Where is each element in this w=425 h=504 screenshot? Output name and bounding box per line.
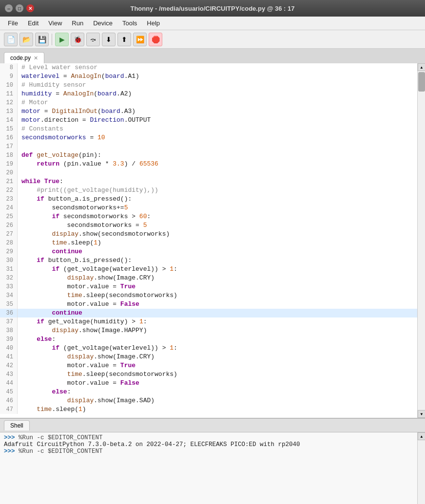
table-row: 38 display.show(Image.HAPPY): [0, 326, 417, 335]
scroll-thumb[interactable]: [418, 72, 425, 92]
shell-prompt-1: >>>: [4, 434, 19, 441]
table-row: 34 time.sleep(secondsmotorworks): [0, 291, 417, 300]
table-row: 33 motor.value = True: [0, 282, 417, 291]
table-row: 47 time.sleep(1): [0, 405, 417, 414]
tab-code-py[interactable]: code.py ✕: [4, 52, 44, 63]
shell-line-4: >>> %Run -c $EDITOR_CONTENT: [4, 448, 413, 455]
shell-scroll-up[interactable]: ▲: [418, 432, 425, 440]
step-out-button[interactable]: ⬆: [117, 33, 131, 46]
table-row: 18 def get_voltage(pin):: [0, 151, 417, 160]
table-row: 17: [0, 142, 417, 151]
menu-item-file[interactable]: File: [4, 18, 22, 28]
table-row: 27 display.show(secondsmotorworks): [0, 230, 417, 239]
table-row: 24 secondsmotorworks+=5: [0, 204, 417, 212]
shell-cmd-1: %Run -c $EDITOR_CONTENT: [19, 434, 103, 441]
menu-item-device[interactable]: Device: [89, 18, 116, 28]
step-over-button[interactable]: ⤼: [86, 33, 100, 46]
titlebar: – □ ✕ Thonny - /media/usuario/CIRCUITPY/…: [0, 0, 425, 17]
table-row: 37 if get_voltage(humidity) > 1:: [0, 317, 417, 326]
maximize-button[interactable]: □: [16, 4, 23, 12]
table-row: 40 if (get_voltage(waterlevel)) > 1:: [0, 344, 417, 353]
debug-button[interactable]: 🐞: [71, 33, 84, 46]
save-file-button[interactable]: 💾: [35, 33, 49, 46]
table-row: 31 if (get_voltage(waterlevel)) > 1:: [0, 265, 417, 274]
menu-item-run[interactable]: Run: [68, 18, 87, 28]
table-row: 9 waterlevel = AnalogIn(board.A1): [0, 72, 417, 81]
table-row: 44 motor.value = False: [0, 379, 417, 388]
open-file-button[interactable]: 📂: [19, 33, 33, 46]
editor-area: 8 # Level water sensor 9 waterlevel = An…: [0, 63, 425, 419]
shell-tab[interactable]: Shell: [4, 420, 30, 430]
minimize-button[interactable]: –: [5, 4, 13, 12]
menu-item-edit[interactable]: Edit: [24, 18, 42, 28]
toolbar-separator-1: [52, 34, 52, 45]
table-row: 13 motor = DigitalInOut(board.A3): [0, 107, 417, 116]
table-row: 46 display.show(Image.SAD): [0, 396, 417, 405]
shell-tab-bar: Shell: [0, 419, 425, 432]
table-row: 10 # Humidity sensor: [0, 81, 417, 90]
table-row: 26 secondsmotorworks = 5: [0, 221, 417, 230]
table-row: 35 motor.value = False: [0, 300, 417, 309]
table-row: 41 display.show(Image.CRY): [0, 353, 417, 361]
table-row: 22 #print((get_voltage(humidity),)): [0, 186, 417, 195]
table-row: 39 else:: [0, 335, 417, 344]
table-row: 14 motor.direction = Direction.OUTPUT: [0, 116, 417, 125]
table-row: 32 display.show(Image.CRY): [0, 274, 417, 282]
window-title: Thonny - /media/usuario/CIRCUITPY/code.p…: [34, 5, 391, 12]
run-button[interactable]: ▶: [55, 33, 69, 46]
shell-cmd-2: %Run -c $EDITOR_CONTENT: [19, 448, 103, 455]
step-into-button[interactable]: ⬇: [102, 33, 116, 46]
table-row: 28 time.sleep(1): [0, 239, 417, 247]
table-row: 11 humidity = AnalogIn(board.A2): [0, 90, 417, 98]
close-button[interactable]: ✕: [26, 4, 34, 12]
table-row: 15 # Constants: [0, 125, 417, 133]
menu-item-view[interactable]: View: [44, 18, 66, 28]
table-row: 30 if button_b.is_pressed():: [0, 256, 417, 265]
shell-area: Shell >>> %Run -c $EDITOR_CONTENT Adafru…: [0, 419, 425, 504]
table-row: 25 if secondsmotorworks > 60:: [0, 212, 417, 221]
table-row: 20: [0, 168, 417, 177]
shell-scrollbar[interactable]: ▲ ▼: [417, 432, 425, 504]
shell-line-3: Adafruit CircuitPython 7.3.0-beta.2 on 2…: [4, 441, 413, 448]
editor-scrollbar[interactable]: ▲ ▼: [417, 63, 425, 418]
shell-line-1: >>> %Run -c $EDITOR_CONTENT: [4, 434, 413, 441]
table-row: 16 secondsmotorworks = 10: [0, 133, 417, 142]
menu-item-tools[interactable]: Tools: [118, 18, 141, 28]
code-table: 8 # Level water sensor 9 waterlevel = An…: [0, 63, 417, 418]
shell-body: >>> %Run -c $EDITOR_CONTENT Adafruit Cir…: [0, 432, 425, 504]
table-row: 45 else:: [0, 388, 417, 396]
table-row: 29 continue: [0, 247, 417, 256]
editor-tabs: code.py ✕: [0, 49, 425, 63]
table-row: 36 continue: [0, 309, 417, 317]
table-row: 42 motor.value = True: [0, 361, 417, 370]
menubar: FileEditViewRunDeviceToolsHelp: [0, 17, 425, 30]
shell-prompt-2: >>>: [4, 448, 19, 455]
tab-label: code.py: [10, 55, 31, 61]
menu-item-help[interactable]: Help: [143, 18, 164, 28]
resume-button[interactable]: ⏩: [133, 33, 147, 46]
table-row: 43 time.sleep(secondsmotorworks): [0, 370, 417, 379]
tab-close-button[interactable]: ✕: [34, 55, 38, 61]
table-row: 19 return (pin.value * 3.3) / 65536: [0, 160, 417, 168]
toolbar: 📄 📂 💾 ▶ 🐞 ⤼ ⬇ ⬆ ⏩ 🛑: [0, 30, 425, 49]
table-row: 12 # Motor: [0, 98, 417, 107]
table-row: 21 while True:: [0, 177, 417, 186]
shell-content[interactable]: >>> %Run -c $EDITOR_CONTENT Adafruit Cir…: [0, 432, 417, 504]
stop-button[interactable]: 🛑: [149, 33, 162, 46]
scroll-up-arrow[interactable]: ▲: [418, 63, 425, 71]
scroll-down-arrow[interactable]: ▼: [418, 410, 425, 418]
shell-output-1: Adafruit CircuitPython 7.3.0-beta.2 on 2…: [4, 441, 300, 448]
code-container[interactable]: 8 # Level water sensor 9 waterlevel = An…: [0, 63, 417, 418]
new-file-button[interactable]: 📄: [4, 33, 18, 46]
table-row: 23 if button_a.is_pressed():: [0, 195, 417, 204]
table-row: 8 # Level water sensor: [0, 63, 417, 72]
